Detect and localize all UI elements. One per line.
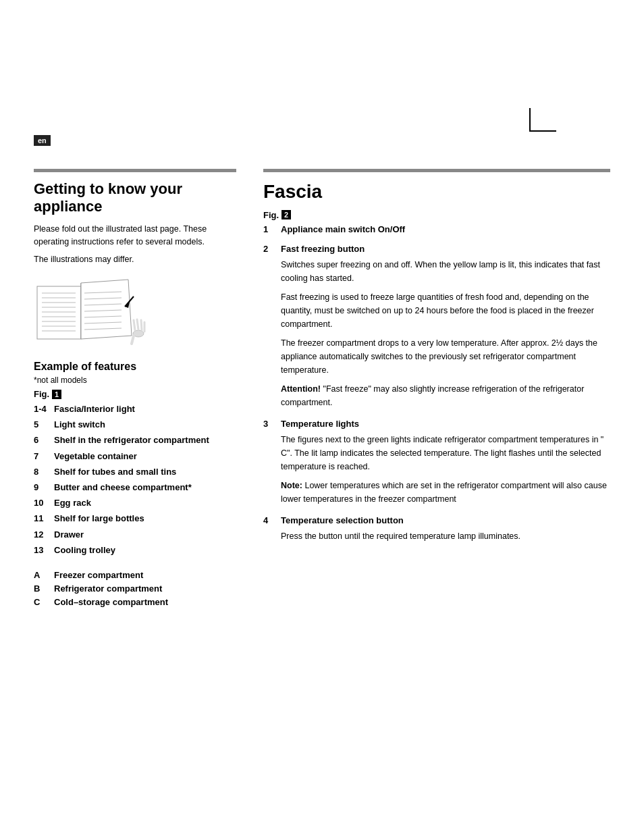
fascia-item-3: 3 Temperature lights The figures next to… <box>263 419 610 506</box>
fast-freeze-p3: The freezer compartment drops to a very … <box>281 336 610 377</box>
two-column-layout: Getting to know your appliance Please fo… <box>34 169 610 610</box>
fast-freeze-p2: Fast freezing is used to freeze large qu… <box>281 290 610 331</box>
fig-label-2: Fig. 2 <box>263 210 610 220</box>
fascia-items: 1 Appliance main switch On/Off 2 Fast fr… <box>263 224 610 543</box>
lang-badge: en <box>34 135 51 146</box>
illustration <box>34 276 236 350</box>
fascia-item-2: 2 Fast freezing button Switches super fr… <box>263 244 610 409</box>
left-column: Getting to know your appliance Please fo… <box>34 169 236 610</box>
list-item: 9 Butter and cheese compartment* <box>34 481 236 494</box>
alpha-item: B Refrigerator compartment <box>34 583 236 594</box>
section-divider-left <box>34 169 236 172</box>
temp-lights-p1: The figures next to the green lights ind… <box>281 433 610 473</box>
corner-mark <box>529 108 556 132</box>
list-item: 8 Shelf for tubes and small tins <box>34 466 236 478</box>
book-illustration <box>34 276 155 350</box>
list-item: 11 Shelf for large bottles <box>34 513 236 525</box>
list-item: 1-4 Fascia/Interior light <box>34 403 236 415</box>
fast-freeze-p1: Switches super freezing on and off. When… <box>281 258 610 285</box>
fast-freeze-attention: Attention! "Fast freeze" may also slight… <box>281 382 610 409</box>
fig-num-2: 2 <box>281 210 291 219</box>
right-column: Fascia Fig. 2 1 Appliance main switch On… <box>263 169 610 552</box>
intro-text-2: The illustrations may differ. <box>34 253 236 266</box>
svg-marker-11 <box>81 280 132 339</box>
feature-list: 1-4 Fascia/Interior light 5 Light switch… <box>34 403 236 556</box>
page-container: en Getting to know your appliance Please… <box>0 0 644 637</box>
list-item: 6 Shelf in the refrigerator compartment <box>34 434 236 446</box>
left-section-title: Getting to know your appliance <box>34 180 236 216</box>
list-item: 10 Egg rack <box>34 497 236 509</box>
intro-text-1: Please fold out the illustrated last pag… <box>34 223 236 249</box>
svg-line-23 <box>137 319 138 330</box>
not-all-models-text: *not all models <box>34 375 236 385</box>
alpha-list: A Freezer compartment B Refrigerator com… <box>34 570 236 607</box>
svg-line-24 <box>141 320 142 330</box>
section-divider-right <box>263 169 610 172</box>
fig-label-1: Fig. 1 <box>34 389 236 399</box>
temp-selection-p1: Press the button until the required temp… <box>281 529 610 543</box>
list-item: 13 Cooling trolley <box>34 544 236 556</box>
alpha-item: C Cold–storage compartment <box>34 597 236 607</box>
fig-num-1: 1 <box>52 390 61 399</box>
list-item: 12 Drawer <box>34 529 236 541</box>
alpha-item: A Freezer compartment <box>34 570 236 580</box>
list-item: 5 Light switch <box>34 419 236 431</box>
svg-line-26 <box>132 336 134 344</box>
fascia-item-4: 4 Temperature selection button Press the… <box>263 515 610 543</box>
example-features-title: Example of features <box>34 361 236 373</box>
fascia-title: Fascia <box>263 180 610 203</box>
fascia-item-1: 1 Appliance main switch On/Off <box>263 224 610 234</box>
svg-line-22 <box>134 320 135 330</box>
list-item: 7 Vegetable container <box>34 450 236 463</box>
top-area: en <box>34 27 610 162</box>
temp-lights-note: Note: Lower temperatures which are set i… <box>281 479 610 506</box>
